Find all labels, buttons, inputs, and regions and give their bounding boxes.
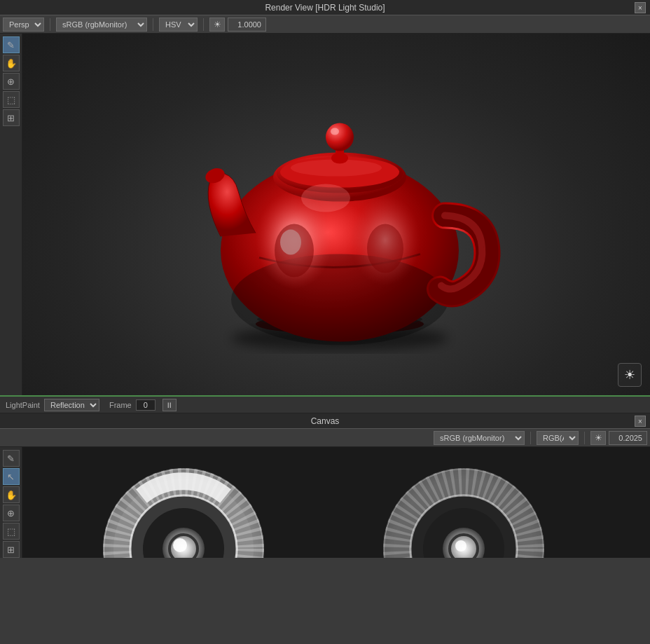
- frame-tool-button[interactable]: ⬚: [3, 91, 20, 108]
- canvas-section: Canvas × sRGB (rgbMonitor) RGB(A) ☀ 0.20…: [0, 413, 650, 558]
- perspective-select[interactable]: Persp: [3, 18, 44, 32]
- svg-point-19: [367, 224, 403, 273]
- canvas-title-bar: Canvas ×: [0, 413, 650, 429]
- canvas-toolbar-divider-1: [530, 432, 531, 444]
- teapot-svg: [154, 62, 518, 356]
- svg-point-14: [331, 128, 339, 135]
- zoom-tool-button[interactable]: ⊕: [3, 73, 20, 90]
- lightpaint-bar: LightPaint Reflection Frame 0 ⏸: [0, 395, 650, 413]
- svg-point-30: [173, 538, 187, 552]
- pause-button[interactable]: ⏸: [162, 399, 177, 411]
- transform-tool-button[interactable]: ⊞: [3, 109, 20, 126]
- move-tool-button[interactable]: ✋: [3, 55, 20, 71]
- render-view-title-bar: Render View [HDR Light Studio] ×: [0, 0, 650, 15]
- frame-label: Frame: [109, 401, 132, 409]
- render-area: ✎ ✋ ⊕ ⬚ ⊞: [0, 34, 650, 395]
- lightpaint-mode-select[interactable]: Reflection: [44, 399, 99, 411]
- exposure-value: 1.0000: [228, 18, 266, 32]
- svg-point-13: [326, 123, 354, 151]
- canvas-display-mode-select[interactable]: RGB(A): [537, 431, 579, 445]
- svg-point-20: [301, 184, 350, 212]
- exposure-icon-button[interactable]: ☀: [209, 18, 225, 32]
- draw-tool-button[interactable]: ✎: [3, 36, 20, 53]
- canvas-tools-sidebar: ✎ ↖ ✋ ⊕ ⬚ ⊞: [0, 447, 22, 558]
- toolbar-divider-3: [203, 18, 204, 31]
- canvas-lights-svg: [22, 447, 650, 558]
- canvas-zoom-tool[interactable]: ⊕: [3, 505, 20, 521]
- svg-point-18: [275, 224, 314, 278]
- canvas-close-button[interactable]: ×: [635, 416, 646, 427]
- canvas-viewport[interactable]: [22, 447, 650, 558]
- viewport-sun-icon[interactable]: ☀: [618, 363, 642, 387]
- window-title: Render View [HDR Light Studio]: [265, 3, 385, 13]
- canvas-toolbar: sRGB (rgbMonitor) RGB(A) ☀ 0.2025: [0, 429, 650, 447]
- teapot-render: ☀: [22, 34, 650, 395]
- svg-point-41: [455, 540, 466, 551]
- render-toolbar: Persp sRGB (rgbMonitor) HSV ☀ 1.0000: [0, 15, 650, 34]
- frame-value: 0: [136, 399, 155, 411]
- canvas-toolbar-divider-2: [584, 432, 585, 444]
- canvas-select-tool[interactable]: ✎: [3, 450, 20, 467]
- canvas-transform-tool[interactable]: ⊞: [3, 541, 20, 558]
- render-viewport[interactable]: ☀: [22, 34, 650, 395]
- render-tools-sidebar: ✎ ✋ ⊕ ⬚ ⊞: [0, 34, 22, 395]
- display-mode-select[interactable]: HSV: [159, 18, 198, 32]
- canvas-frame-tool[interactable]: ⬚: [3, 523, 20, 540]
- lightpaint-label: LightPaint: [6, 401, 40, 409]
- canvas-exposure-icon[interactable]: ☀: [590, 431, 606, 445]
- toolbar-divider-2: [153, 18, 153, 31]
- render-view-close-button[interactable]: ×: [635, 2, 646, 13]
- canvas-pointer-tool[interactable]: ↖: [3, 468, 20, 485]
- color-space-select[interactable]: sRGB (rgbMonitor): [56, 18, 147, 32]
- canvas-main: ✎ ↖ ✋ ⊕ ⬚ ⊞: [0, 447, 650, 558]
- canvas-color-space-select[interactable]: sRGB (rgbMonitor): [434, 431, 525, 445]
- canvas-exposure-value: 0.2025: [609, 431, 647, 445]
- toolbar-divider-1: [50, 18, 50, 31]
- canvas-title: Canvas: [311, 416, 340, 426]
- canvas-move-tool[interactable]: ✋: [3, 486, 20, 503]
